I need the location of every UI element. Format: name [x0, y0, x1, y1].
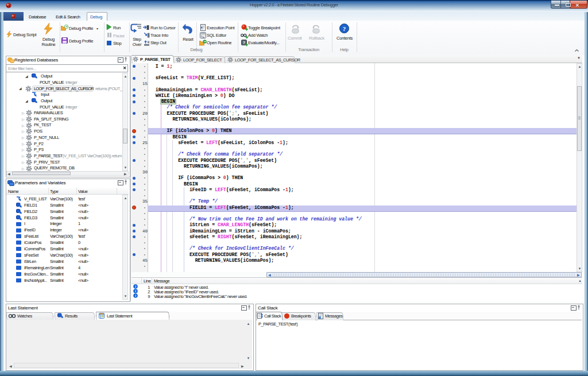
svg-text:i: i [135, 294, 136, 298]
svg-text:?: ? [343, 25, 346, 32]
svg-text:?: ? [243, 40, 245, 44]
svg-text:i: i [135, 289, 136, 293]
svg-text:i: i [135, 284, 136, 288]
